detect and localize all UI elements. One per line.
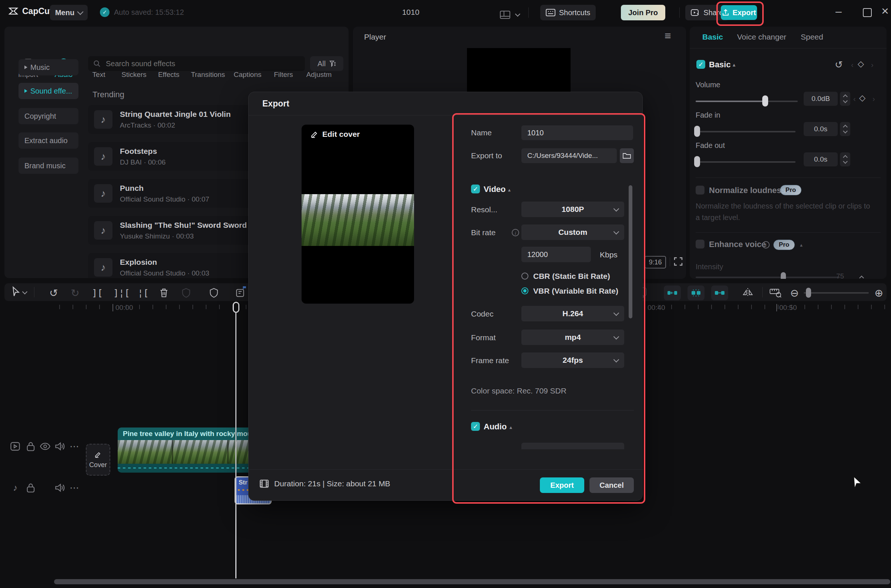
track-mute-icon[interactable] (54, 441, 65, 452)
intensity-stepper[interactable] (856, 272, 867, 279)
track-hide-video-icon[interactable] (10, 441, 21, 452)
window-restore-button[interactable] (863, 8, 872, 17)
sidebar-item-copyright[interactable]: Copyright (18, 108, 78, 124)
tab-speed[interactable]: Speed (801, 33, 823, 41)
reset-icon[interactable]: ↺ (835, 59, 843, 70)
timeline-h-scrollbar[interactable] (54, 579, 890, 584)
filter-button[interactable]: All (310, 56, 343, 71)
step-down-icon[interactable] (843, 159, 848, 164)
window-minimize-button[interactable]: – (835, 5, 842, 18)
delete-left-button[interactable]: ]¦[ (113, 287, 130, 299)
export-path-input[interactable] (521, 148, 617, 163)
timeline-zoom-thumb[interactable] (806, 288, 811, 298)
tab-basic[interactable]: Basic (702, 33, 723, 41)
collapse-icon[interactable]: ▴ (509, 424, 512, 430)
vbr-radio[interactable] (521, 287, 528, 294)
keyframe-prev-icon[interactable]: ‹ (851, 61, 853, 69)
step-down-icon[interactable] (843, 98, 848, 103)
auto-cut-toggle[interactable] (688, 285, 705, 300)
resolution-dropdown[interactable]: 1080P (521, 201, 624, 217)
volume-slider-thumb[interactable] (762, 95, 768, 106)
crop-flag-icon[interactable] (235, 285, 246, 298)
fade-in-stepper[interactable] (840, 122, 850, 136)
step-down-icon[interactable] (843, 129, 848, 134)
export-button-top[interactable]: Export (721, 5, 757, 20)
cbr-radio[interactable] (521, 273, 528, 280)
select-tool-icon[interactable] (11, 286, 21, 297)
keyframe-next-icon[interactable]: › (873, 94, 875, 103)
collapse-icon[interactable]: ▴ (800, 242, 802, 248)
aspect-ratio-badge[interactable]: 9:16 (645, 256, 666, 268)
clipped-dropdown[interactable] (521, 442, 624, 449)
delete-right-button[interactable]: ¦[ (137, 287, 149, 299)
sidebar-item-sound-effects[interactable]: Sound effe... (18, 83, 78, 99)
step-up-icon[interactable] (859, 276, 864, 279)
intensity-slider-track[interactable] (696, 277, 840, 278)
join-pro-button[interactable]: Join Pro (621, 5, 665, 20)
basic-checkbox[interactable]: ✓ (696, 60, 705, 69)
browse-folder-button[interactable] (620, 148, 634, 163)
sidebar-item-extract-audio[interactable]: Extract audio (18, 132, 78, 148)
format-dropdown[interactable]: mp4 (521, 330, 624, 345)
snap-toggle[interactable] (664, 285, 681, 300)
edit-cover-button[interactable]: Edit cover (311, 130, 360, 139)
split-button[interactable]: ][ (91, 287, 104, 299)
volume-value[interactable]: 0.0dB (804, 92, 838, 106)
collapse-icon[interactable]: ▴ (733, 62, 736, 68)
collapse-icon[interactable]: ▴ (508, 187, 511, 193)
track-lock-icon[interactable] (25, 441, 36, 452)
volume-stepper[interactable] (840, 92, 850, 106)
playhead[interactable] (233, 302, 239, 313)
audio-track-lock-icon[interactable] (25, 482, 36, 494)
volume-keyframe-icon[interactable]: ◇ (859, 93, 865, 103)
keyframe-icon[interactable]: ◇ (858, 59, 864, 69)
zoom-out-button[interactable]: ⊖ (788, 287, 801, 299)
sidebar-item-music[interactable]: Music (18, 59, 78, 75)
video-section-checkbox[interactable]: ✓ (471, 184, 480, 194)
fade-in-slider-track[interactable] (696, 131, 796, 132)
fullscreen-icon[interactable] (673, 256, 683, 266)
fade-out-slider-track[interactable] (696, 161, 796, 163)
redo-button[interactable]: ↻ (69, 287, 81, 299)
tab-voice-changer[interactable]: Voice changer (737, 33, 786, 41)
audio-section-checkbox[interactable]: ✓ (471, 422, 480, 431)
framerate-dropdown[interactable]: 24fps (521, 352, 624, 368)
fade-out-value[interactable]: 0.0s (804, 152, 838, 166)
enhance-voice-checkbox[interactable] (696, 240, 705, 249)
timeline-ruler-ticks[interactable] (645, 305, 889, 309)
cover-button[interactable]: Cover (86, 444, 110, 476)
shortcuts-button[interactable]: Shortcuts (540, 5, 596, 20)
mask-icon[interactable] (209, 288, 219, 298)
audio-track-more-icon[interactable]: ⋯ (69, 482, 80, 494)
layout-switcher[interactable] (499, 10, 520, 19)
name-input[interactable] (521, 125, 633, 140)
mirror-icon[interactable] (742, 288, 753, 297)
fade-out-stepper[interactable] (840, 152, 850, 166)
export-confirm-button[interactable]: Export (540, 477, 584, 493)
keyframe-prev-icon[interactable]: ‹ (853, 94, 856, 103)
keyframe-next-icon[interactable]: › (871, 61, 874, 69)
cancel-button[interactable]: Cancel (589, 477, 634, 493)
bitrate-custom-input[interactable] (521, 247, 591, 262)
link-toggle[interactable] (711, 285, 728, 300)
dialog-scrollbar[interactable] (629, 185, 633, 318)
fade-in-value[interactable]: 0.0s (804, 122, 838, 136)
delete-button[interactable] (159, 288, 169, 298)
search-input[interactable] (105, 59, 291, 68)
timeline-ruler-ticks[interactable] (59, 305, 248, 309)
timeline-zoom-slider[interactable] (804, 292, 869, 294)
codec-dropdown[interactable]: H.264 (521, 306, 624, 321)
menu-button[interactable]: Menu (50, 5, 88, 20)
search-bar[interactable] (88, 56, 305, 71)
timeline-scale-icon[interactable] (769, 288, 781, 298)
fade-out-slider-thumb[interactable] (694, 156, 700, 167)
track-visibility-icon[interactable] (40, 441, 51, 452)
intensity-slider-thumb[interactable] (781, 272, 786, 279)
fade-in-slider-thumb[interactable] (694, 126, 700, 137)
audio-track-mute-icon[interactable] (54, 482, 65, 494)
zoom-in-button[interactable]: ⊕ (873, 287, 885, 299)
bitrate-dropdown[interactable]: Custom (521, 225, 624, 240)
window-close-button[interactable]: × (881, 4, 889, 18)
sidebar-item-brand-music[interactable]: Brand music (18, 158, 78, 174)
normalize-checkbox[interactable] (696, 186, 705, 195)
